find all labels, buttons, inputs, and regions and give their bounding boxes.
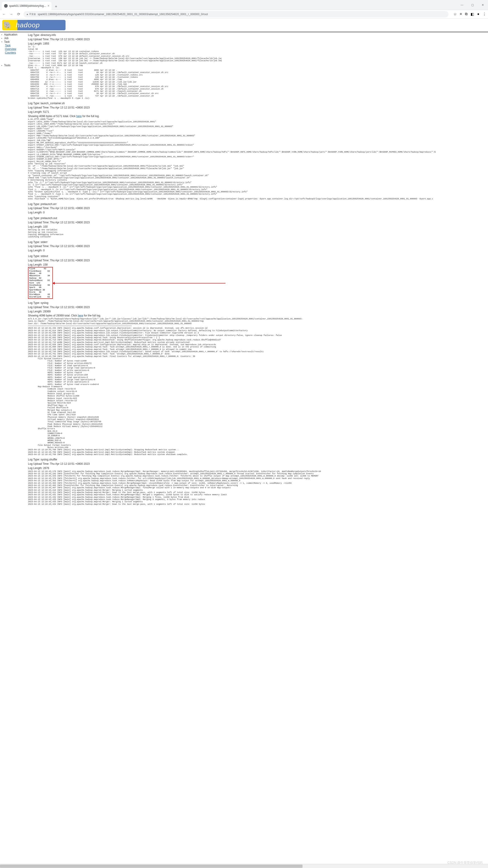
stdout-highlight-box: Flink 82 FlinkHbase 82 HBase 40 HBaseHiv… (28, 267, 53, 299)
window-close-button[interactable]: ✕ (478, 0, 488, 10)
sidebar-item-application[interactable]: ▸Application (0, 33, 27, 36)
log-content-area: Log Type: directory.info Log Upload Time… (27, 32, 488, 506)
chevron-right-icon: ▸ (1, 37, 3, 39)
log-upload-time: Log Upload Time: Thu Apr 13 12:10:51 +08… (28, 37, 487, 41)
chevron-right-icon: ▸ (1, 64, 3, 66)
bookmark-star-icon[interactable]: ☆ (453, 12, 457, 16)
left-sidebar: ▸Application ▸Job ▾Task Task Overview Co… (0, 32, 27, 506)
extension-icon[interactable]: ≡ (460, 12, 462, 16)
log-body: 2023-04-13 12:10:43,170 INFO [main] org.… (28, 470, 487, 505)
address-url: spark01:19888/jobhistory/logs/spark03:33… (38, 13, 208, 16)
extension-icon[interactable]: ⧉ (465, 12, 467, 16)
browser-menu-icon[interactable]: ⋮ (483, 12, 486, 16)
sidebar-link-task[interactable]: Task (0, 43, 27, 47)
log-showing-line: Showing 4096 bytes of 5171 total. Click … (28, 114, 487, 118)
new-tab-button[interactable]: + (53, 4, 59, 10)
tab-favicon (4, 4, 8, 8)
nav-reload-button[interactable]: ⟳ (16, 12, 21, 17)
full-log-link[interactable]: here (76, 115, 82, 118)
profile-avatar-icon[interactable]: ● (477, 12, 480, 16)
log-body: ls -l: total 32 -rw-r----- 1 root root 1… (28, 46, 487, 99)
log-length: Log Length: 1955 (28, 42, 487, 46)
address-bar[interactable]: ▲ 不安全 spark01:19888/jobhistory/logs/spar… (24, 11, 449, 18)
full-log-link[interactable]: here (78, 314, 83, 317)
log-type-label: Log Type: launch_container.sh (28, 101, 487, 105)
browser-tab-strip: spark01:19888/jobhistory/log... × + — ▢ … (0, 0, 488, 10)
log-length: Log Length: 158 (28, 263, 487, 267)
log-upload-time: Log Upload Time: Thu Apr 13 12:10:51 +08… (28, 244, 487, 248)
browser-tab[interactable]: spark01:19888/jobhistory/log... × (2, 2, 52, 10)
log-showing-line: Showing 4096 bytes of 29369 total. Click… (28, 314, 487, 318)
extension-icon[interactable]: ◧ (470, 12, 474, 16)
log-type-label: Log Type: syslog.shuffle (28, 458, 487, 462)
log-upload-time: Log Upload Time: Thu Apr 13 12:10:51 +08… (28, 305, 487, 309)
sidebar-link-counters[interactable]: Counters (0, 51, 27, 55)
chevron-right-icon: ▸ (1, 33, 3, 36)
sidebar-item-job[interactable]: ▸Job (0, 36, 27, 40)
log-type-label: Log Type: prelaunch.err (28, 202, 487, 206)
log-body: Setting up env variables Setting up job … (28, 229, 487, 238)
log-body: m/3.3.0.jar:/opt/soft/hadoop3/share/hado… (28, 318, 487, 456)
scrollbar-thumb[interactable] (0, 865, 302, 868)
tab-close-icon[interactable]: × (48, 4, 49, 7)
log-type-label: Log Type: directory.info (28, 33, 487, 37)
window-minimize-button[interactable]: — (457, 0, 467, 10)
log-type-label: Log Type: syslog (28, 301, 487, 305)
horizontal-scrollbar[interactable] (0, 864, 488, 868)
log-upload-time: Log Upload Time: Thu Apr 13 12:10:51 +08… (28, 258, 487, 262)
nav-forward-button[interactable]: → (9, 12, 13, 17)
sidebar-item-tools[interactable]: ▸Tools (0, 64, 27, 67)
security-warning-icon: ▲ 不安全 (26, 13, 36, 16)
log-upload-time: Log Upload Time: Thu Apr 13 12:10:51 +08… (28, 106, 487, 110)
log-type-label: Log Type: prelaunch.out (28, 216, 487, 220)
chevron-down-icon: ▾ (1, 41, 3, 43)
tab-title: spark01:19888/jobhistory/log... (9, 4, 46, 7)
log-length: Log Length: 100 (28, 225, 487, 229)
app-header: hadoop (0, 19, 488, 32)
log-length: Log Length: 29369 (28, 310, 487, 313)
log-length: Log Length: 2676 (28, 466, 487, 470)
log-length: Log Length: 5171 (28, 110, 487, 114)
log-type-label: Log Type: stdout (28, 254, 487, 258)
log-upload-time: Log Upload Time: Thu Apr 13 12:10:51 +08… (28, 462, 487, 466)
nav-back-button[interactable]: ← (2, 12, 6, 17)
hadoop-logo[interactable]: hadoop (2, 20, 66, 30)
log-length: Log Length: 0 (28, 211, 487, 215)
log-type-label: Log Type: stderr (28, 240, 487, 244)
log-upload-time: Log Upload Time: Thu Apr 13 12:10:51 +08… (28, 206, 487, 210)
sidebar-item-task[interactable]: ▾Task (0, 40, 27, 43)
browser-toolbar: ← → ⟳ ▲ 不安全 spark01:19888/jobhistory/log… (0, 10, 488, 19)
log-body: e_HA_HTTP_ADDR="hadp" export LOCAL_DIRS=… (28, 118, 487, 200)
window-maximize-button[interactable]: ▢ (467, 0, 478, 10)
log-upload-time: Log Upload Time: Thu Apr 13 12:10:51 +08… (28, 221, 487, 224)
annotation-arrow (54, 283, 225, 283)
log-length: Log Length: 0 (28, 249, 487, 252)
sidebar-link-overview[interactable]: Overview (0, 47, 27, 51)
